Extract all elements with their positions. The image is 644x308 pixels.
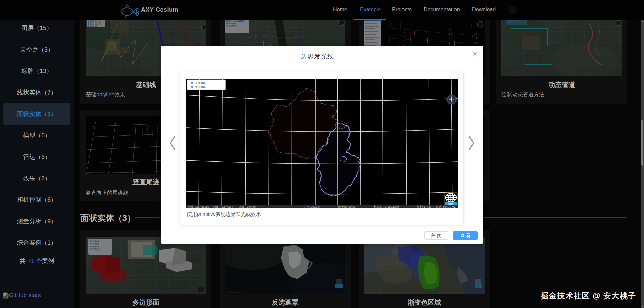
svg-text:相机高: 787853.63 米: 相机高: 787853.63 米 — [374, 205, 399, 208]
svg-text:纬度: 40.574224: 纬度: 40.574224 — [213, 205, 233, 208]
svg-text:高度: -2.64 米: 高度: -2.64 米 — [239, 205, 256, 208]
svg-text:俯仰角: -90.00°: 俯仰角: -90.00° — [338, 205, 356, 208]
svg-text:帧率: 5 FPS: 帧率: 5 FPS — [417, 205, 431, 208]
svg-text:延迟: 104.70 MS: 延迟: 104.70 MS — [436, 205, 456, 208]
svg-text:北京边界: 北京边界 — [195, 86, 206, 89]
svg-text:经度: 115.451083: 经度: 115.451083 — [188, 205, 209, 208]
svg-text:天津边界: 天津边界 — [195, 82, 206, 85]
svg-text:方向: 360.00°: 方向: 360.00° — [304, 205, 320, 208]
